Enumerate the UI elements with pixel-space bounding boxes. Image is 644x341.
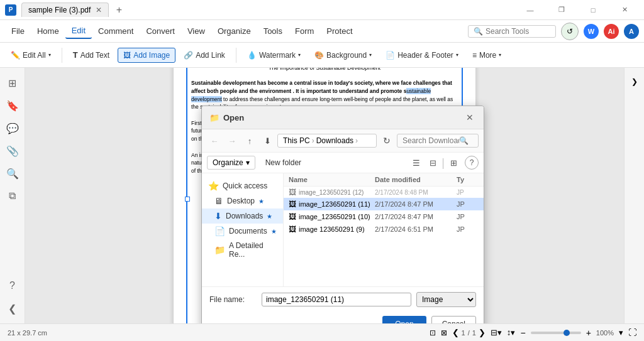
avatar-ai[interactable]: Ai — [604, 24, 619, 39]
restore-button[interactable]: ❐ — [547, 0, 576, 20]
watermark-icon: 💧 — [247, 51, 257, 60]
header-footer-button[interactable]: 📄 Header & Footer ▾ — [380, 48, 464, 63]
organize-button[interactable]: Organize ▾ — [207, 156, 255, 170]
add-text-label: Add Text — [80, 51, 109, 60]
nav-downloads[interactable]: ⬇ Downloads ★ — [202, 208, 283, 224]
right-sidebar-expand-icon[interactable]: ❯ — [626, 73, 643, 90]
background-button[interactable]: 🎨 Background ▾ — [309, 48, 377, 63]
sidebar-help-icon[interactable]: ? — [3, 276, 23, 296]
view-details-button[interactable]: ⊟ — [425, 155, 440, 170]
recent-button[interactable]: ⬇ — [260, 133, 275, 148]
nav-documents[interactable]: 📄 Documents ★ — [202, 224, 283, 239]
add-image-button[interactable]: 🖼 Add Image — [118, 48, 175, 63]
scroll-mode-button[interactable]: ↕▾ — [507, 328, 516, 337]
view-list-button[interactable]: ☰ — [409, 155, 424, 170]
file-date-scrolled: 2/17/2024 8:48 PM — [375, 189, 457, 196]
file-date-2: 2/17/2024 6:51 PM — [375, 225, 457, 233]
menu-home[interactable]: Home — [31, 24, 65, 38]
fullscreen-button[interactable]: ⛶ — [628, 328, 636, 337]
more-label: More — [479, 51, 496, 60]
add-text-button[interactable]: T Add Text — [67, 47, 115, 63]
watermark-button[interactable]: 💧 Watermark ▾ — [242, 48, 306, 63]
zoom-thumb[interactable] — [564, 330, 570, 336]
view-mode-button[interactable]: ⊟▾ — [491, 328, 502, 337]
cancel-button[interactable]: Cancel — [431, 316, 476, 323]
desktop-label: Desktop — [227, 197, 255, 205]
refresh-button[interactable]: ↻ — [379, 133, 394, 148]
statusbar: 21 x 29.7 cm ⊡ ⊠ ❮ 1 / 1 ❯ ⊟▾ ↕▾ − + 100… — [0, 323, 644, 341]
quick-access-icon: ⭐ — [208, 181, 219, 191]
folder-icon: 📁 — [214, 245, 225, 255]
edit-all-arrow-icon: ▾ — [48, 52, 51, 58]
view-large-button[interactable]: ⊞ — [446, 155, 461, 170]
back-button[interactable]: ← — [207, 133, 222, 148]
col-date: Date modified — [375, 176, 457, 183]
sidebar-collapse-icon[interactable]: ❮ — [3, 298, 23, 318]
sidebar-attachment-icon[interactable]: 📎 — [3, 141, 23, 161]
tab-close-icon[interactable]: ✕ — [96, 6, 102, 14]
search-input[interactable] — [402, 136, 459, 145]
minimize-button[interactable]: — — [516, 0, 545, 20]
nav-quick-access[interactable]: ⭐ Quick access — [202, 178, 283, 193]
search-icon-small: 🔍 — [459, 136, 469, 145]
menu-form[interactable]: Form — [289, 24, 320, 38]
organize-arrow-icon: ▾ — [246, 158, 250, 167]
new-folder-button[interactable]: New folder — [259, 156, 308, 169]
zoom-out-button[interactable]: − — [520, 328, 525, 338]
zoom-dropdown-button[interactable]: ▾ — [619, 328, 623, 337]
forward-button[interactable]: → — [225, 133, 240, 148]
menu-view[interactable]: View — [181, 24, 211, 38]
left-sidebar: ⊞ 🔖 💬 📎 🔍 ⧉ ? ❮ — [0, 68, 25, 323]
sidebar-search-icon[interactable]: 🔍 — [3, 163, 23, 183]
file-list: Name Date modified Ty 🖼 image_123650291 … — [284, 173, 484, 286]
breadcrumb-downloads: Downloads — [316, 136, 353, 145]
fit-width-button[interactable]: ⊠ — [441, 328, 447, 337]
edit-all-button[interactable]: ✏️ Edit All ▾ — [5, 48, 57, 63]
breadcrumb[interactable]: This PC › Downloads › — [277, 134, 377, 148]
file-row-scrolled[interactable]: 🖼 image_123650291 (12) 2/17/2024 8:48 PM… — [284, 187, 484, 198]
fit-page-button[interactable]: ⊡ — [430, 328, 436, 337]
file-row-2[interactable]: 🖼 image 123650291 (9) 2/17/2024 6:51 PM … — [284, 223, 484, 235]
menu-protect[interactable]: Protect — [320, 24, 358, 38]
nav-detailed[interactable]: 📁 A Detailed Re... — [202, 239, 283, 261]
zoom-in-button[interactable]: + — [586, 328, 591, 338]
file-row-1[interactable]: 🖼 image_123650291 (10) 2/17/2024 8:47 PM… — [284, 210, 484, 223]
file-tab[interactable]: sample File (3).pdf ✕ — [21, 3, 109, 17]
next-page-button[interactable]: ❯ — [479, 328, 486, 337]
watermark-arrow-icon: ▾ — [298, 52, 301, 58]
dialog-close-button[interactable]: ✕ — [464, 111, 476, 124]
zoom-slider[interactable] — [531, 332, 581, 334]
close-button[interactable]: ✕ — [610, 0, 639, 20]
add-image-label: Add Image — [133, 51, 170, 60]
prev-page-button[interactable]: ❮ — [452, 328, 459, 337]
more-button[interactable]: ≡ More ▾ — [467, 48, 507, 63]
sidebar-home-icon[interactable]: ⊞ — [3, 73, 23, 93]
link-icon: 🔗 — [184, 51, 193, 60]
sidebar-layers-icon[interactable]: ⧉ — [3, 186, 23, 206]
handle-mid-left[interactable] — [185, 197, 190, 202]
search-tools-input[interactable] — [486, 27, 548, 36]
file-date-1: 2/17/2024 8:47 PM — [375, 213, 457, 220]
nav-desktop[interactable]: 🖥 Desktop ★ — [202, 193, 283, 208]
menu-comment[interactable]: Comment — [92, 24, 140, 38]
avatar-w[interactable]: W — [584, 24, 599, 39]
filename-input[interactable] — [262, 293, 411, 306]
menu-edit[interactable]: Edit — [65, 23, 92, 39]
menu-file[interactable]: File — [5, 24, 31, 38]
file-row-0[interactable]: 🖼 image_123650291 (11) 2/17/2024 8:47 PM… — [284, 198, 484, 210]
avatar-a[interactable]: A — [624, 24, 639, 39]
sidebar-bookmark-icon[interactable]: 🔖 — [3, 95, 23, 116]
add-link-button[interactable]: 🔗 Add Link — [178, 48, 231, 63]
help-button[interactable]: ? — [465, 156, 479, 170]
menu-convert[interactable]: Convert — [140, 24, 181, 38]
menu-tools[interactable]: Tools — [257, 24, 289, 38]
undo-button[interactable]: ↺ — [561, 23, 579, 40]
open-button[interactable]: Open — [382, 316, 426, 323]
maximize-button[interactable]: □ — [579, 0, 608, 20]
up-button[interactable]: ↑ — [242, 133, 257, 148]
menu-organize[interactable]: Organize — [211, 24, 257, 38]
sidebar-comment-icon[interactable]: 💬 — [3, 118, 23, 138]
new-tab-button[interactable]: + — [110, 1, 128, 19]
filetype-select[interactable]: Image — [416, 292, 476, 307]
app-icon: P — [5, 4, 16, 16]
